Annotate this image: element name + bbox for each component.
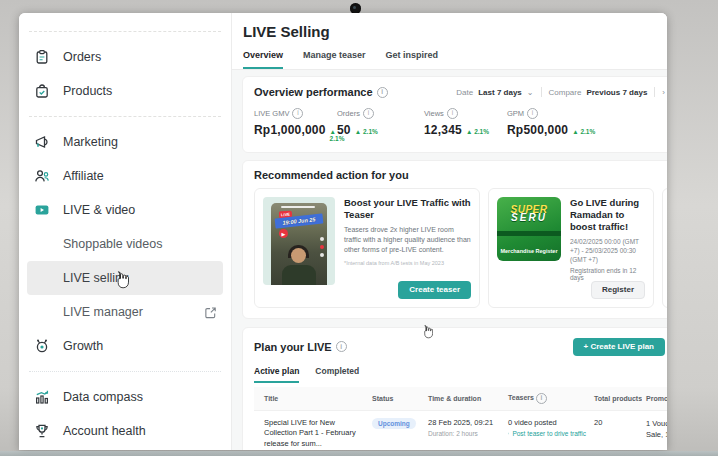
page-content: Overview performance i Date Last 7 days … bbox=[232, 70, 667, 450]
sidebar-item-live-manager[interactable]: LIVE manager bbox=[27, 295, 223, 329]
action-card-clipped: G Do L 24% bbox=[662, 188, 667, 308]
delta-up: ▲ 2.1% bbox=[572, 128, 595, 135]
action-card-body: Teasers drove 2x higher LIVE room traffi… bbox=[344, 225, 471, 255]
growth-mascot-icon bbox=[33, 338, 50, 355]
status-badge: Upcoming bbox=[372, 418, 416, 429]
sidebar-item-label: Account health bbox=[63, 424, 146, 438]
affiliate-people-icon bbox=[33, 168, 50, 185]
sidebar-item-marketing[interactable]: Marketing bbox=[27, 125, 223, 159]
live-video-icon bbox=[33, 202, 50, 219]
info-icon[interactable]: i bbox=[377, 87, 388, 98]
tab-overview[interactable]: Overview bbox=[243, 50, 283, 69]
info-icon[interactable]: i bbox=[336, 341, 347, 352]
sidebar-item-growth[interactable]: Growth bbox=[27, 329, 223, 363]
tab-active-plan[interactable]: Active plan bbox=[254, 366, 299, 383]
sidebar-item-label: LIVE manager bbox=[63, 305, 143, 319]
registration-deadline: Registration ends in 12 days bbox=[570, 267, 645, 281]
register-button[interactable]: Register bbox=[591, 281, 645, 299]
column-header-time: Time & duration bbox=[424, 387, 504, 411]
ramadan-campaign-thumbnail: SUPER SERU Merchandise Register bbox=[497, 197, 561, 261]
delta-up: ▲ 2.1% bbox=[466, 128, 489, 135]
teaser-link-icon bbox=[508, 430, 509, 437]
sidebar-item-account-health[interactable]: Account health bbox=[27, 414, 223, 448]
date-range-select[interactable]: Last 7 days bbox=[478, 88, 522, 97]
sidebar-item-label: Growth bbox=[63, 339, 103, 353]
overview-performance-card: Overview performance i Date Last 7 days … bbox=[242, 76, 667, 153]
trophy-icon bbox=[33, 423, 50, 440]
play-icon: ▶ bbox=[279, 229, 288, 238]
metric-live-gmv: LIVE GMVi Rp1,000,000▲ 2.1% bbox=[254, 108, 337, 142]
create-live-plan-button[interactable]: + Create LIVE plan bbox=[573, 338, 665, 356]
column-header-title: Title bbox=[254, 387, 368, 411]
compare-select[interactable]: Previous 7 days bbox=[586, 88, 647, 97]
sidebar-divider bbox=[29, 31, 221, 32]
post-teaser-link[interactable]: Post teaser to drive traffic bbox=[508, 430, 586, 437]
metric-orders: Ordersi 50▲ 2.1% bbox=[337, 108, 424, 142]
chevron-down-icon[interactable]: ⌄ bbox=[527, 88, 534, 97]
sidebar-item-shoppable-videos[interactable]: Shoppable videos bbox=[27, 227, 223, 261]
column-header-status: Status bbox=[368, 387, 424, 411]
sidebar-item-label: Products bbox=[63, 84, 112, 98]
column-header-teasers: Teasers i bbox=[504, 387, 590, 411]
teaser-thumbnail: LIVE 19:00 Jun 25 ▶ bbox=[263, 197, 335, 285]
sidebar-item-label: Affiliate bbox=[63, 169, 104, 183]
plan-time: 28 Feb 2025, 09:21 bbox=[428, 418, 500, 427]
create-teaser-button[interactable]: Create teaser bbox=[398, 281, 471, 299]
clipboard-icon bbox=[33, 49, 50, 66]
page-title: LIVE Selling bbox=[243, 23, 667, 40]
metric-gpm: GPMi Rp500,000▲ 2.1% bbox=[507, 108, 665, 142]
sidebar-item-label: Marketing bbox=[63, 135, 118, 149]
table-row: Special LIVE for New Collection Part 1 -… bbox=[254, 410, 667, 450]
page-header: LIVE Selling Overview Manage teaser Get … bbox=[232, 13, 667, 70]
sidebar-item-affiliate[interactable]: Affiliate bbox=[27, 159, 223, 193]
action-card-title: Go LIVE during Ramadan to boost traffic! bbox=[570, 197, 645, 233]
sidebar-divider bbox=[29, 116, 221, 117]
action-card-teaser: LIVE 19:00 Jun 25 ▶ Boost your LIVE Traf… bbox=[254, 188, 480, 308]
overview-performance-title: Overview performance i bbox=[254, 86, 388, 98]
data-compass-chart-icon bbox=[33, 389, 50, 406]
sidebar-item-label: LIVE selling bbox=[63, 271, 129, 285]
plan-row-title: Special LIVE for New Collection Part 1 -… bbox=[264, 418, 364, 450]
chevron-right-icon[interactable]: › bbox=[662, 88, 665, 97]
tab-manage-teaser[interactable]: Manage teaser bbox=[303, 50, 366, 69]
date-label: Date bbox=[456, 88, 473, 97]
recommended-title: Recommended action for you bbox=[254, 169, 667, 181]
plan-tabs: Active plan Completed bbox=[254, 366, 667, 383]
plan-your-live-card: Plan your LIVE i + Create LIVE plan Acti… bbox=[242, 327, 667, 450]
page-tabs: Overview Manage teaser Get inspired bbox=[243, 50, 667, 69]
live-plan-table: Title Status Time & duration Teasers i T… bbox=[254, 387, 667, 450]
compare-label: Compare bbox=[549, 88, 582, 97]
info-icon[interactable]: i bbox=[536, 393, 547, 404]
sidebar-item-orders[interactable]: Orders bbox=[27, 40, 223, 74]
main-area: LIVE Selling Overview Manage teaser Get … bbox=[232, 13, 667, 450]
tab-get-inspired[interactable]: Get inspired bbox=[386, 50, 439, 69]
sidebar-item-label: Orders bbox=[63, 50, 101, 64]
recommended-actions-card: Recommended action for you LIVE 19:00 Ju… bbox=[242, 160, 667, 319]
app-window: Orders Products Marketing Affiliate bbox=[19, 13, 667, 450]
info-icon[interactable]: i bbox=[447, 108, 458, 119]
action-card-footnote: *Internal data from A/B tests in May 202… bbox=[344, 260, 471, 266]
tab-completed[interactable]: Completed bbox=[315, 366, 359, 383]
sidebar-divider bbox=[29, 371, 221, 372]
plan-title: Plan your LIVE i bbox=[254, 341, 347, 353]
metric-views: Viewsi 12,345▲ 2.1% bbox=[424, 108, 507, 142]
action-card-ramadan: SUPER SERU Merchandise Register Go LIVE … bbox=[488, 188, 654, 308]
external-link-icon bbox=[204, 306, 217, 319]
info-icon[interactable]: i bbox=[363, 108, 374, 119]
teaser-count: 0 video posted bbox=[508, 418, 586, 427]
sidebar-item-live-video[interactable]: LIVE & video bbox=[27, 193, 223, 227]
plan-duration: Duration: 2 hours bbox=[428, 430, 500, 437]
column-header-promotions: Promotions bbox=[642, 387, 667, 411]
sidebar-item-products[interactable]: Products bbox=[27, 74, 223, 108]
info-icon[interactable]: i bbox=[527, 108, 538, 119]
sidebar-item-live-selling[interactable]: LIVE selling bbox=[27, 261, 223, 295]
total-products: 20 bbox=[590, 410, 642, 450]
sidebar: Orders Products Marketing Affiliate bbox=[19, 13, 232, 450]
info-icon[interactable]: i bbox=[292, 108, 303, 119]
action-card-title: Boost your LIVE Traffic with Teaser bbox=[344, 197, 471, 221]
sidebar-item-label: Shoppable videos bbox=[63, 237, 162, 251]
bag-icon bbox=[33, 83, 50, 100]
delta-up: ▲ 2.1% bbox=[355, 128, 378, 135]
sidebar-item-data-compass[interactable]: Data compass bbox=[27, 380, 223, 414]
campaign-dates: 24/02/2025 00:00 (GMT +7) - 25/03/2025 0… bbox=[570, 237, 645, 264]
